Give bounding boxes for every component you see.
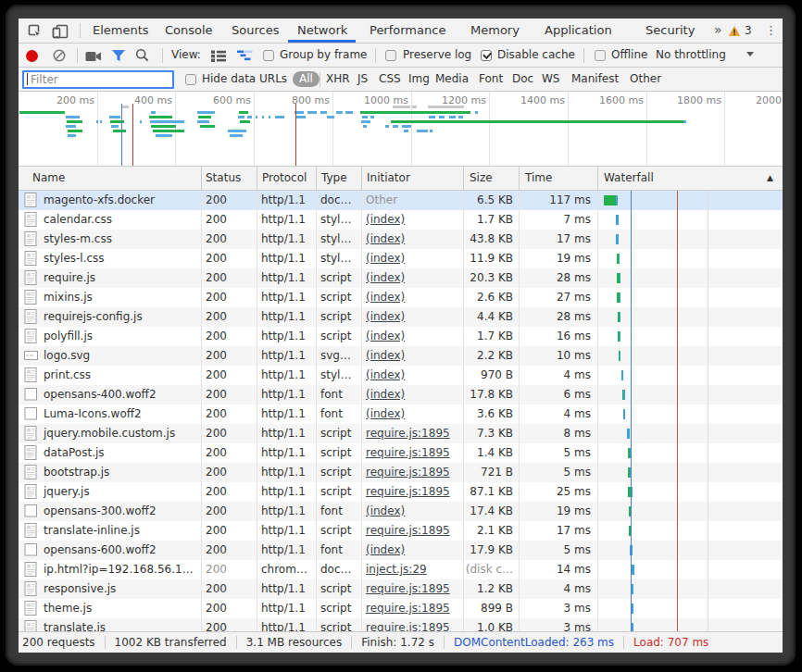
- initiator-link[interactable]: (index): [366, 213, 405, 226]
- request-initiator[interactable]: require.js:1895: [366, 599, 461, 618]
- tab-performance[interactable]: Performance: [370, 19, 445, 43]
- initiator-link[interactable]: require.js:1895: [366, 602, 450, 615]
- search-icon[interactable]: [135, 48, 149, 65]
- column-header-status[interactable]: Status: [206, 167, 241, 190]
- doc-file-icon[interactable]: [24, 562, 38, 579]
- request-initiator[interactable]: require.js:1895: [366, 482, 461, 502]
- filter-pill-js[interactable]: JS: [357, 68, 368, 91]
- doc-file-icon[interactable]: [24, 309, 38, 327]
- column-divider[interactable]: [361, 167, 362, 190]
- initiator-link[interactable]: (index): [366, 407, 405, 420]
- doc-file-icon[interactable]: [24, 251, 38, 268]
- request-row[interactable]: requirejs-config.js200http/1.1script(ind…: [19, 307, 783, 327]
- record-button[interactable]: [26, 50, 38, 62]
- waterfall-view-icon[interactable]: [237, 50, 253, 64]
- request-row[interactable]: require.js200http/1.1script(index)20.3 K…: [19, 268, 783, 288]
- network-overview-timeline[interactable]: 200 ms400 ms600 ms800 ms1000 ms1200 ms14…: [19, 92, 783, 167]
- column-header-type[interactable]: Type: [321, 167, 347, 190]
- request-initiator[interactable]: (index): [366, 346, 461, 366]
- request-initiator[interactable]: require.js:1895: [366, 579, 461, 599]
- doc-file-icon[interactable]: [24, 367, 38, 385]
- list-view-icon[interactable]: [211, 50, 226, 65]
- request-row[interactable]: responsive.js200http/1.1scriptrequire.js…: [19, 579, 783, 599]
- column-header-time[interactable]: Time: [525, 167, 552, 190]
- font-file-icon[interactable]: [24, 406, 38, 424]
- column-header-protocol[interactable]: Protocol: [262, 167, 307, 190]
- doc-file-icon[interactable]: [24, 484, 38, 502]
- tab-elements[interactable]: Elements: [93, 19, 149, 43]
- column-divider[interactable]: [257, 167, 257, 190]
- checkbox-offline[interactable]: [595, 50, 606, 61]
- initiator-link[interactable]: (index): [366, 330, 405, 342]
- initiator-link[interactable]: (index): [366, 543, 405, 556]
- warning-count[interactable]: 3: [745, 19, 752, 43]
- request-initiator[interactable]: (index): [366, 307, 461, 327]
- tab-sources[interactable]: Sources: [232, 19, 279, 43]
- column-divider[interactable]: [316, 167, 317, 190]
- doc-file-icon[interactable]: [24, 601, 38, 618]
- doc-file-icon[interactable]: [24, 290, 38, 307]
- request-row[interactable]: calendar.css200http/1.1styl…(index)1.7 K…: [19, 210, 783, 230]
- checkbox-hide-data-urls[interactable]: [185, 74, 196, 85]
- request-row[interactable]: styles-m.css200http/1.1styl…(index)43.8 …: [19, 230, 783, 249]
- request-row[interactable]: ip.html?ip=192.168.56.1…200chrom…doc…inj…: [19, 560, 783, 579]
- sort-arrow-icon[interactable]: ▲: [767, 167, 773, 190]
- filter-pill-media[interactable]: Media: [435, 68, 469, 91]
- column-divider[interactable]: [519, 167, 520, 190]
- initiator-link[interactable]: require.js:1895: [366, 446, 450, 459]
- kebab-menu-icon[interactable]: ⋮: [765, 19, 777, 43]
- request-initiator[interactable]: (index): [366, 268, 461, 288]
- initiator-link[interactable]: (index): [366, 368, 405, 381]
- throttling-select[interactable]: No throttling: [656, 44, 726, 67]
- column-divider[interactable]: [201, 167, 202, 190]
- request-row[interactable]: polyfill.js200http/1.1script(index)1.7 K…: [19, 327, 783, 346]
- doc-file-icon[interactable]: [24, 523, 38, 541]
- initiator-link[interactable]: require.js:1895: [366, 621, 450, 631]
- font-file-icon[interactable]: [24, 542, 38, 560]
- doc-file-icon[interactable]: [24, 581, 38, 599]
- filter-input[interactable]: [22, 70, 174, 89]
- initiator-link[interactable]: require.js:1895: [366, 582, 450, 595]
- request-initiator[interactable]: require.js:1895: [366, 463, 461, 482]
- initiator-link[interactable]: require.js:1895: [366, 427, 450, 440]
- doc-file-icon[interactable]: [24, 212, 38, 230]
- filter-pill-font[interactable]: Font: [479, 68, 503, 91]
- request-initiator[interactable]: require.js:1895: [366, 618, 461, 631]
- initiator-link[interactable]: (index): [366, 271, 405, 284]
- checkbox-preserve-log[interactable]: [385, 50, 396, 61]
- doc-file-icon[interactable]: [24, 270, 38, 288]
- request-row[interactable]: translate-inline.js200http/1.1scriptrequ…: [19, 521, 783, 541]
- font-file-icon[interactable]: [24, 504, 38, 521]
- request-initiator[interactable]: (index): [366, 404, 461, 424]
- column-header-waterfall[interactable]: Waterfall: [604, 167, 654, 190]
- initiator-link[interactable]: require.js:1895: [366, 466, 450, 479]
- doc-file-icon[interactable]: [24, 465, 38, 482]
- request-initiator[interactable]: require.js:1895: [366, 443, 461, 463]
- throttling-caret-icon[interactable]: [746, 52, 754, 56]
- tab-application[interactable]: Application: [545, 19, 612, 43]
- request-initiator[interactable]: (index): [366, 366, 461, 385]
- clear-icon[interactable]: [53, 49, 66, 65]
- column-divider[interactable]: [597, 167, 598, 190]
- request-row[interactable]: jquery.mobile.custom.js200http/1.1script…: [19, 424, 783, 443]
- request-row[interactable]: translate.js200http/1.1scriptrequire.js:…: [19, 618, 783, 631]
- request-row[interactable]: logo.svg200http/1.1svg…(index)2.2 KB10 m…: [19, 346, 783, 366]
- doc-file-icon[interactable]: [24, 193, 38, 210]
- initiator-link[interactable]: (index): [366, 388, 405, 401]
- request-initiator[interactable]: (index): [366, 249, 461, 268]
- checkbox-disable-cache[interactable]: [481, 50, 492, 61]
- tab-console[interactable]: Console: [165, 19, 213, 43]
- doc-file-icon[interactable]: [24, 426, 38, 443]
- request-row[interactable]: dataPost.js200http/1.1scriptrequire.js:1…: [19, 443, 783, 463]
- request-initiator[interactable]: (index): [366, 541, 461, 560]
- screenshot-camera-icon[interactable]: [85, 51, 102, 65]
- doc-file-icon[interactable]: [24, 620, 38, 631]
- initiator-link[interactable]: require.js:1895: [366, 485, 450, 498]
- initiator-link[interactable]: (index): [366, 291, 405, 304]
- request-initiator[interactable]: (index): [366, 385, 461, 404]
- initiator-link[interactable]: (index): [366, 252, 405, 265]
- request-row[interactable]: magento-xfs.docker200http/1.1doc…Other6.…: [19, 191, 783, 210]
- device-toolbar-icon[interactable]: [52, 24, 69, 42]
- filter-pill-all[interactable]: All: [293, 71, 320, 87]
- filter-pill-manifest[interactable]: Manifest: [571, 68, 619, 91]
